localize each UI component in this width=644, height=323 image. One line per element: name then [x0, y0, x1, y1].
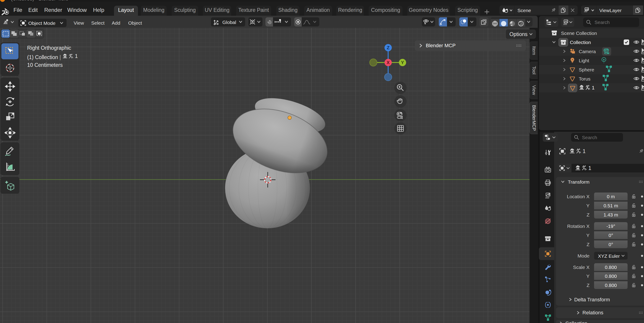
svg-text:Y: Y: [401, 60, 404, 65]
svg-text:X: X: [386, 60, 390, 65]
svg-text:Z: Z: [387, 45, 390, 50]
